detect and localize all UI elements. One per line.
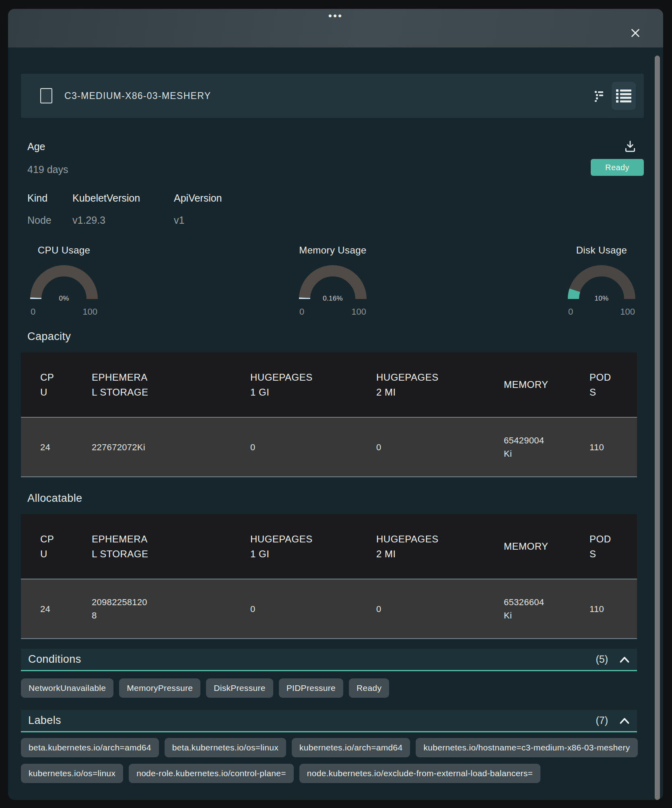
- ellipsis-dots-icon[interactable]: •••: [8, 10, 663, 21]
- labels-count: (7): [596, 715, 608, 726]
- label-chip[interactable]: kubernetes.io/hostname=c3-medium-x86-03-…: [416, 738, 637, 757]
- label-chip[interactable]: beta.kubernetes.io/arch=amd64: [21, 738, 159, 757]
- condition-chip[interactable]: MemoryPressure: [119, 678, 200, 698]
- conditions-section-header[interactable]: Conditions (5): [21, 649, 637, 671]
- download-button[interactable]: [623, 140, 637, 154]
- gauge-max: 100: [82, 307, 97, 317]
- gauge-value: 0%: [30, 295, 98, 303]
- column-header: EPHEMERAL STORAGE: [92, 514, 250, 579]
- meta-field-value: v1.29.3: [72, 214, 174, 227]
- column-header: PODS: [590, 352, 637, 417]
- capacity-heading: Capacity: [27, 330, 650, 343]
- column-header: CPU: [21, 352, 92, 417]
- label-chip[interactable]: kubernetes.io/arch=amd64: [292, 738, 410, 757]
- condition-chip[interactable]: PIDPressure: [279, 678, 343, 698]
- condition-chip[interactable]: DiskPressure: [206, 678, 273, 698]
- meta-fields-row: Kind Node KubeletVersion v1.29.3 ApiVers…: [21, 192, 650, 227]
- labels-section-header[interactable]: Labels (7): [21, 710, 637, 732]
- usage-gauge: Disk Usage 10% 0 100: [567, 244, 636, 317]
- gauge-arc: 0.16%: [299, 264, 367, 305]
- close-button[interactable]: [628, 26, 643, 41]
- table-cell: 110: [590, 418, 637, 476]
- download-icon: [623, 140, 637, 153]
- gauge-value: 10%: [567, 295, 636, 303]
- label-chip[interactable]: node.kubernetes.io/exclude-from-external…: [299, 764, 540, 783]
- gauge-scale: 0 100: [30, 307, 98, 317]
- age-label: Age: [27, 140, 650, 153]
- view-toggle-group: [593, 82, 636, 110]
- table-cell: 110: [590, 579, 637, 638]
- allocatable-heading: Allocatable: [27, 492, 650, 505]
- chevron-up-icon[interactable]: [619, 656, 630, 663]
- column-header: HUGEPAGES 1 GI: [250, 352, 376, 417]
- modal-title-bar: •••: [8, 9, 663, 47]
- usage-gauge: CPU Usage 0% 0 100: [30, 244, 98, 317]
- conditions-heading: Conditions: [28, 653, 81, 666]
- table-cell: 0: [250, 579, 376, 638]
- column-header: HUGEPAGES 1 GI: [250, 514, 376, 579]
- gauge-title: Disk Usage: [567, 244, 636, 256]
- resource-header-card: C3-MEDIUM-X86-03-MESHERY: [21, 74, 644, 118]
- resource-title: C3-MEDIUM-X86-03-MESHERY: [64, 91, 211, 101]
- allocatable-table: CPUEPHEMERAL STORAGEHUGEPAGES 1 GIHUGEPA…: [21, 514, 637, 639]
- table-cell: 24: [21, 579, 92, 638]
- column-header: MEMORY: [504, 514, 590, 579]
- gauge-max: 100: [620, 307, 635, 317]
- meta-field-label: ApiVersion: [174, 192, 222, 204]
- select-checkbox[interactable]: [40, 88, 52, 103]
- meta-field-label: Kind: [27, 192, 72, 204]
- usage-gauge: Memory Usage 0.16% 0 100: [299, 244, 367, 317]
- node-details-modal: ••• C3-MEDIUM-X86-03-MESHERY: [8, 9, 663, 800]
- table-header-row: CPUEPHEMERAL STORAGEHUGEPAGES 1 GIHUGEPA…: [21, 514, 637, 579]
- column-header: EPHEMERAL STORAGE: [92, 352, 250, 417]
- usage-gauges-row: CPU Usage 0% 0 100 Memory Usage: [21, 244, 650, 317]
- table-header-row: CPUEPHEMERAL STORAGEHUGEPAGES 1 GIHUGEPA…: [21, 352, 637, 417]
- column-header: HUGEPAGES 2 MI: [376, 514, 504, 579]
- conditions-count: (5): [596, 653, 608, 665]
- meta-field-value: v1: [174, 214, 222, 227]
- chevron-up-icon[interactable]: [619, 717, 630, 724]
- table-row: 24227672072Ki0065429004Ki110: [21, 417, 637, 477]
- meta-field-value: Node: [27, 214, 72, 227]
- meta-field: KubeletVersion v1.29.3: [72, 192, 174, 227]
- condition-chip[interactable]: NetworkUnavailable: [21, 678, 113, 698]
- age-section: Age 419 days Ready: [21, 140, 650, 176]
- table-cell: 24: [21, 418, 92, 476]
- details-list-icon[interactable]: [593, 89, 605, 103]
- gauge-value: 0.16%: [299, 295, 367, 303]
- gauge-arc: 0%: [30, 264, 98, 305]
- meta-field: ApiVersion v1: [174, 192, 222, 227]
- gauge-title: Memory Usage: [299, 244, 367, 256]
- table-cell: 0: [376, 418, 504, 476]
- table-row: 242098225812080065326604Ki110: [21, 579, 637, 639]
- column-header: PODS: [590, 514, 637, 579]
- table-cell: 209822581208: [92, 579, 250, 638]
- meta-field-label: KubeletVersion: [72, 192, 174, 204]
- table-cell: 0: [250, 418, 376, 476]
- table-cell: 227672072Ki: [92, 418, 250, 476]
- table-cell: 0: [376, 579, 504, 638]
- age-value: 419 days: [27, 163, 650, 176]
- gauge-max: 100: [351, 307, 366, 317]
- condition-chip[interactable]: Ready: [349, 678, 389, 698]
- table-cell: 65326604Ki: [504, 579, 590, 638]
- label-chip[interactable]: beta.kubernetes.io/os=linux: [165, 738, 286, 757]
- column-header: CPU: [21, 514, 92, 579]
- conditions-chip-list: NetworkUnavailableMemoryPressureDiskPres…: [21, 678, 649, 698]
- column-header: HUGEPAGES 2 MI: [376, 352, 504, 417]
- labels-heading: Labels: [28, 714, 61, 727]
- gauge-min: 0: [299, 307, 304, 317]
- label-chip[interactable]: kubernetes.io/os=linux: [21, 764, 123, 783]
- vertical-scrollbar[interactable]: [655, 56, 660, 800]
- close-icon: [629, 26, 642, 40]
- label-chip[interactable]: node-role.kubernetes.io/control-plane=: [129, 764, 294, 783]
- status-badge: Ready: [591, 159, 644, 176]
- labels-chip-list: beta.kubernetes.io/arch=amd64beta.kubern…: [21, 738, 649, 783]
- modal-content: C3-MEDIUM-X86-03-MESHERY: [8, 74, 663, 783]
- list-view-icon[interactable]: [612, 82, 636, 110]
- gauge-min: 0: [568, 307, 573, 317]
- column-header: MEMORY: [504, 352, 590, 417]
- table-cell: 65429004Ki: [504, 418, 590, 476]
- gauge-scale: 0 100: [567, 307, 636, 317]
- gauge-scale: 0 100: [299, 307, 367, 317]
